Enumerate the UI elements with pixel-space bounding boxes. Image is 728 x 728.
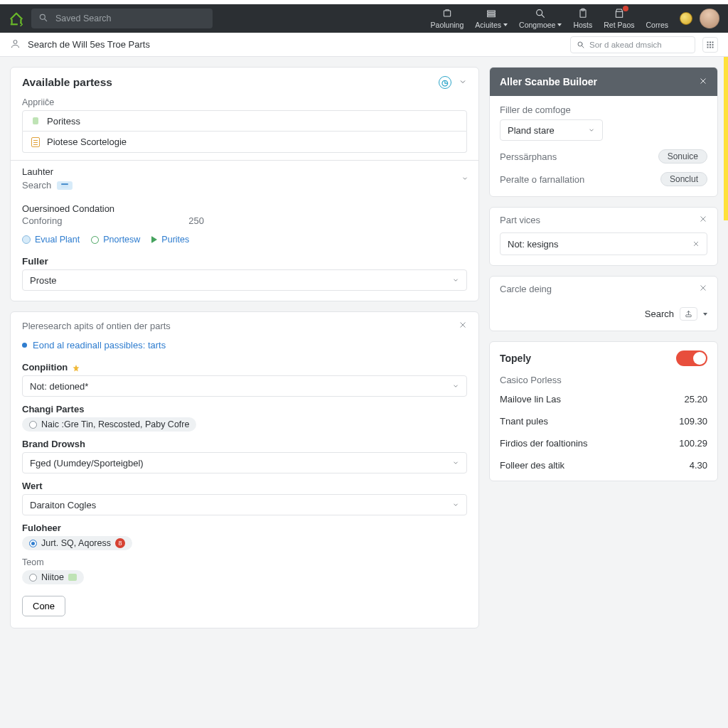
- search-icon: [38, 13, 48, 25]
- fulohner-chip[interactable]: Jurt. SQ, Aqoress 8: [22, 536, 132, 550]
- close-icon[interactable]: [699, 77, 707, 87]
- notification-badge: [623, 6, 628, 11]
- builder-row-0-button[interactable]: Sonuice: [658, 149, 707, 164]
- subbar-search[interactable]: Sor d akead dmsich: [570, 36, 695, 53]
- condition-select[interactable]: Not: detioned*: [22, 375, 467, 397]
- svg-rect-1: [444, 11, 450, 16]
- fuller-select[interactable]: Proste: [22, 269, 467, 291]
- svg-point-10: [578, 42, 582, 46]
- app-logo-icon[interactable]: [9, 11, 24, 26]
- carcle-heading: Carcle deing: [500, 284, 699, 294]
- svg-point-5: [537, 10, 542, 16]
- apprice-option-1[interactable]: Piotese Scortelogie: [22, 132, 467, 153]
- close-icon[interactable]: [699, 284, 707, 294]
- wert-select[interactable]: Daraiton Cogles: [22, 494, 467, 515]
- nav-label: Corres: [646, 21, 668, 29]
- svg-rect-15: [710, 44, 711, 46]
- brand-select[interactable]: Fged (Uumdey/Sporteigbel): [22, 452, 467, 473]
- svg-rect-19: [712, 46, 714, 48]
- chevron-down-icon: [588, 125, 595, 136]
- chevron-down-icon: [452, 459, 459, 466]
- tag-icon: [30, 116, 41, 126]
- topely-row-1: Tnant pules 109.30: [490, 410, 717, 432]
- svg-rect-16: [712, 44, 714, 46]
- clear-icon[interactable]: [692, 239, 700, 250]
- carcle-search-label[interactable]: Search: [645, 309, 674, 319]
- chevron-down-icon: [452, 277, 459, 284]
- nav-item-2[interactable]: Congmoee: [519, 8, 562, 29]
- close-icon[interactable]: [699, 215, 707, 225]
- builder-panel: Aller Scanbe Builoer Filler de comfoge P…: [489, 67, 718, 197]
- chip-evual-plant[interactable]: Evual Plant: [22, 235, 80, 245]
- svg-rect-3: [488, 13, 496, 14]
- close-icon[interactable]: [459, 321, 467, 331]
- research-heading: Pleresearch apits of ontien der parts: [22, 321, 171, 331]
- nav-label: Ret Paos: [604, 21, 634, 29]
- chang-chip[interactable]: Naic :Gre Tin, Rescosted, Paby Cofre: [22, 417, 196, 432]
- svg-rect-21: [61, 183, 68, 185]
- coin-icon[interactable]: [680, 12, 692, 25]
- nav-item-4[interactable]: Ret Paos: [604, 8, 634, 29]
- svg-rect-14: [707, 44, 709, 46]
- global-search[interactable]: [31, 9, 213, 28]
- radio-selected-icon: [29, 540, 37, 547]
- nav-item-5[interactable]: Corres: [646, 8, 668, 29]
- avatar[interactable]: [700, 9, 719, 28]
- carcle-panel: Carcle deing Search: [489, 276, 718, 331]
- chevron-down-icon: [452, 382, 459, 390]
- chevron-down-icon: [452, 501, 459, 508]
- chip-pnortesw[interactable]: Pnortesw: [91, 235, 140, 245]
- builder-row-1-button[interactable]: Sonclut: [660, 172, 707, 186]
- svg-rect-22: [686, 315, 691, 317]
- nav-item-0[interactable]: Paoluning: [431, 8, 464, 29]
- filter-select[interactable]: Pland stare: [500, 119, 603, 141]
- topely-sub: Casico Porless: [490, 372, 717, 388]
- svg-rect-11: [707, 41, 709, 43]
- grid-view-button[interactable]: [702, 37, 718, 53]
- done-button[interactable]: Cone: [22, 596, 65, 616]
- calendar-badge-icon[interactable]: [57, 181, 73, 190]
- builder-row-1-label: Peralte o farnallation: [500, 174, 584, 185]
- nav-item-1[interactable]: Aciuites: [475, 8, 508, 29]
- builder-heading: Aller Scanbe Builoer: [500, 76, 699, 87]
- topely-toggle[interactable]: [676, 350, 707, 366]
- available-parts-panel: Available partess ◷ Appriiĉe Poritess Pi…: [10, 67, 479, 301]
- chevron-down-icon[interactable]: [461, 173, 469, 184]
- radio-icon: [29, 574, 37, 582]
- apprice-option-0[interactable]: Poritess: [22, 110, 467, 132]
- topely-row-0: Mailove lin Las 25.20: [490, 388, 717, 410]
- document-icon: [30, 137, 41, 147]
- available-parts-heading: Available partess: [22, 76, 112, 89]
- nav-label: Aciuites: [475, 21, 501, 29]
- chevron-down-icon[interactable]: [459, 77, 467, 88]
- fulohner-label: Fuloheer: [22, 523, 467, 533]
- lauhter-search-label[interactable]: Search: [22, 180, 51, 191]
- global-search-input[interactable]: [54, 13, 205, 24]
- caret-down-icon: [503, 23, 508, 26]
- play-icon: [151, 236, 157, 243]
- info-bullet[interactable]: Eond al readinall passibles: tarts: [11, 337, 478, 358]
- builder-row-0-label: Perssärphans: [500, 151, 557, 162]
- teom-label: Teom: [22, 557, 467, 567]
- teom-chip[interactable]: Niitoe: [22, 570, 84, 584]
- caret-down-icon[interactable]: [703, 313, 707, 316]
- circle-icon: [91, 236, 99, 244]
- top-right-extra: [680, 9, 719, 28]
- svg-rect-13: [712, 41, 714, 43]
- filter-chip-row: Evual Plant Pnortesw Purites: [11, 230, 478, 253]
- star-icon: [72, 364, 79, 371]
- export-button[interactable]: [680, 307, 697, 321]
- svg-rect-2: [488, 11, 496, 12]
- nav-label: Hosts: [573, 21, 592, 29]
- contoring-label: Conforing: [22, 215, 62, 226]
- person-icon: [10, 38, 21, 51]
- fuller-label: Fuller: [22, 256, 467, 267]
- chip-purites[interactable]: Purites: [151, 235, 189, 245]
- topely-heading: Topely: [500, 353, 531, 364]
- count-badge: 8: [115, 538, 125, 548]
- info-icon[interactable]: ◷: [439, 76, 451, 89]
- nav-item-3[interactable]: Hosts: [573, 8, 592, 29]
- part-vices-panel: Part vices Not: kesigns: [489, 207, 718, 266]
- svg-rect-17: [707, 46, 709, 48]
- part-vices-token[interactable]: Not: kesigns: [500, 232, 707, 255]
